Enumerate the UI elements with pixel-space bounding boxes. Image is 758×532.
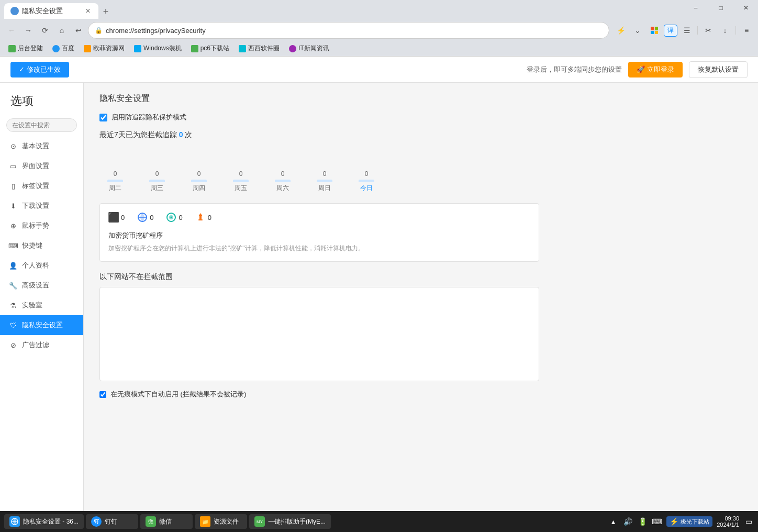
history-back-button[interactable]: ↩ xyxy=(71,23,86,38)
taskbar-dingtalk-icon: 钉 xyxy=(91,516,102,527)
download-icon[interactable]: ↓ xyxy=(718,23,732,38)
taskbar-files-label: 资源文件 xyxy=(214,517,239,526)
lock-icon: 🔒 xyxy=(95,27,103,34)
auto-enable-row: 在无痕模式下自动启用 (拦截结果不会被记录) xyxy=(99,390,539,399)
label-thu: 周五 xyxy=(230,184,251,193)
svg-rect-5 xyxy=(198,219,203,220)
login-button[interactable]: 🚀 立即登录 xyxy=(628,62,683,77)
close-button[interactable]: ✕ xyxy=(734,0,758,16)
tab-icon xyxy=(10,7,19,15)
taskbar-dingtalk[interactable]: 钉 钉钉 xyxy=(86,514,138,529)
scissors-icon[interactable]: ✂ xyxy=(701,23,716,38)
cat-icon-0: ⬛ xyxy=(108,212,119,223)
taskbar-files[interactable]: 📁 资源文件 xyxy=(195,514,247,529)
reader-icon[interactable]: ☰ xyxy=(679,23,694,38)
bookmark-houtai[interactable]: 后台登陆 xyxy=(4,43,47,54)
clock: 09:30 xyxy=(717,515,739,522)
modify-button[interactable]: ✓ 修改已生效 xyxy=(10,62,69,77)
date: 2024/1/1 xyxy=(717,522,739,528)
volume-icon[interactable]: 🔊 xyxy=(622,516,633,527)
reload-button[interactable]: ⟳ xyxy=(38,23,52,38)
sidebar-label-mouse: 鼠标手势 xyxy=(22,221,49,230)
label-fri: 周六 xyxy=(272,184,293,193)
bookmark-pc6[interactable]: pc6下载站 xyxy=(187,43,233,54)
battery-icon[interactable]: 🔋 xyxy=(637,516,648,527)
interface-icon: ▭ xyxy=(8,161,18,171)
tracking-chart: 0 0 0 0 xyxy=(99,150,539,193)
microsoft-button[interactable] xyxy=(647,23,662,38)
privacy-icon: 🛡 xyxy=(8,320,18,330)
tracking-checkbox[interactable] xyxy=(99,114,107,121)
keyboard-icon[interactable]: ⌨ xyxy=(652,516,662,527)
taskbar-browser-icon xyxy=(9,516,20,527)
sidebar-label-basic: 基本设置 xyxy=(22,141,49,151)
sidebar-item-advanced[interactable]: 🔧 高级设置 xyxy=(0,275,83,295)
sidebar-label-advanced: 高级设置 xyxy=(22,281,49,290)
translate-button[interactable]: 译 xyxy=(664,25,677,37)
bar-mon: 0 xyxy=(105,170,126,182)
sidebar-item-shortcut[interactable]: ⌨ 快捷键 xyxy=(0,236,83,256)
sidebar-item-tabs[interactable]: ▯ 标签设置 xyxy=(0,176,83,196)
sidebar-label-shortcut: 快捷键 xyxy=(22,241,42,250)
network-icon[interactable]: ▴ xyxy=(608,516,618,527)
browser-tab[interactable]: 隐私安全设置 ✕ xyxy=(4,3,98,19)
menu-icon[interactable]: ≡ xyxy=(739,23,754,38)
cat-item-3: 0 xyxy=(195,212,211,223)
back-button[interactable]: ← xyxy=(4,23,19,38)
home-button[interactable]: ⌂ xyxy=(54,23,69,38)
download-station[interactable]: ⚡ 极光下载站 xyxy=(666,516,712,527)
bookmark-baidu[interactable]: 百度 xyxy=(48,43,79,54)
address-bar[interactable]: 🔒 chrome://settings/privacySecurity xyxy=(88,22,609,39)
auto-enable-checkbox[interactable] xyxy=(99,391,106,398)
download-settings-icon: ⬇ xyxy=(8,201,18,210)
taskbar-browser-label: 隐私安全设置 - 36... xyxy=(23,517,79,526)
maximize-button[interactable]: □ xyxy=(709,0,733,16)
taskbar: 隐私安全设置 - 36... 钉 钉钉 微 微信 📁 资源文件 MY 一键排版助… xyxy=(0,511,758,532)
cat-item-1: 0 xyxy=(137,212,153,223)
bookmark-it[interactable]: IT新闻资讯 xyxy=(285,43,333,54)
taskbar-right: ▴ 🔊 🔋 ⌨ ⚡ 极光下载站 09:30 2024/1/1 ▭ xyxy=(608,515,754,528)
cat-count-0: 0 xyxy=(121,214,125,221)
sidebar-item-basic[interactable]: ⊙ 基本设置 xyxy=(0,136,83,156)
show-desktop-icon[interactable]: ▭ xyxy=(743,516,754,527)
taskbar-browser[interactable]: 隐私安全设置 - 36... xyxy=(4,514,84,529)
sidebar-item-lab[interactable]: ⚗ 实验室 xyxy=(0,295,83,315)
bookmarks-bar: 后台登陆 百度 欧菲资源网 Windows装机 pc6下载站 西西软件圈 xyxy=(0,42,758,57)
bookmark-xixi[interactable]: 西西软件圈 xyxy=(235,43,284,54)
minimize-button[interactable]: – xyxy=(684,0,708,16)
sidebar-label-interface: 界面设置 xyxy=(22,161,49,171)
exclusion-box[interactable] xyxy=(99,287,539,381)
lab-icon: ⚗ xyxy=(8,301,18,310)
cat-item-0: ⬛ 0 xyxy=(108,212,125,223)
sidebar-item-profile[interactable]: 👤 个人资料 xyxy=(0,256,83,275)
sidebar-label-tabs: 标签设置 xyxy=(22,181,49,191)
dropdown-icon[interactable]: ⌄ xyxy=(630,23,645,38)
restore-button[interactable]: 恢复默认设置 xyxy=(689,61,748,78)
sidebar-item-download[interactable]: ⬇ 下载设置 xyxy=(0,196,83,216)
bar-fri: 0 xyxy=(272,170,293,182)
taskbar-wechat[interactable]: 微 微信 xyxy=(140,514,193,529)
tab-close-button[interactable]: ✕ xyxy=(84,7,92,15)
lightning-icon[interactable]: ⚡ xyxy=(614,23,628,38)
taskbar-wechat-icon: 微 xyxy=(146,516,156,527)
sidebar-item-adblock[interactable]: ⊘ 广告过滤 xyxy=(0,335,83,355)
forward-button[interactable]: → xyxy=(21,23,36,38)
cat-count-3: 0 xyxy=(208,214,211,221)
chart-bars: 0 0 0 0 xyxy=(99,150,539,182)
tracking-enable-row: 启用防追踪隐私保护模式 xyxy=(99,113,539,122)
search-input[interactable] xyxy=(6,118,77,132)
bookmark-windows[interactable]: Windows装机 xyxy=(130,43,186,54)
new-tab-button[interactable]: + xyxy=(98,4,113,19)
taskbar-assistant[interactable]: MY 一键排版助手(MyE... xyxy=(249,514,331,529)
login-notice: 登录后，即可多端同步您的设置 xyxy=(527,65,622,74)
sidebar-item-mouse[interactable]: ⊕ 鼠标手势 xyxy=(0,216,83,236)
cat-count-1: 0 xyxy=(150,214,153,221)
category-box: ⬛ 0 xyxy=(99,203,539,262)
taskbar-files-icon: 📁 xyxy=(200,516,210,527)
advanced-icon: 🔧 xyxy=(8,281,18,290)
taskbar-dingtalk-label: 钉钉 xyxy=(105,517,117,526)
label-wed: 周四 xyxy=(188,184,209,193)
sidebar-item-interface[interactable]: ▭ 界面设置 xyxy=(0,156,83,176)
sidebar-item-privacy[interactable]: 🛡 隐私安全设置 xyxy=(0,315,83,335)
bookmark-oufei[interactable]: 欧菲资源网 xyxy=(80,43,129,54)
